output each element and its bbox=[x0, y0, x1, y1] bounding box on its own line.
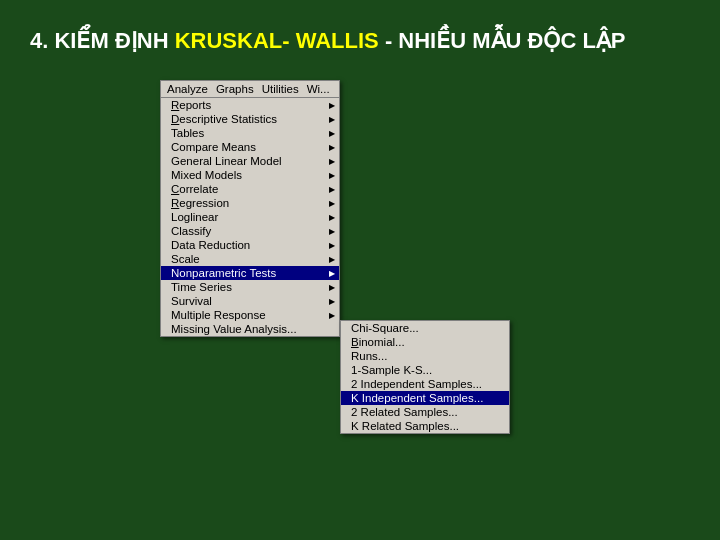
submenu-item-chi-square[interactable]: Chi-Square... bbox=[341, 321, 509, 335]
menu-item-descriptive-statistics[interactable]: Descriptive Statistics▶ bbox=[161, 112, 339, 126]
menu-item-general-linear-model[interactable]: General Linear Model▶ bbox=[161, 154, 339, 168]
submenu-item-k-independent-samples[interactable]: K Independent Samples... bbox=[341, 391, 509, 405]
arrow-icon: ▶ bbox=[329, 129, 335, 138]
menu-item-time-series[interactable]: Time Series▶ bbox=[161, 280, 339, 294]
menu-item-compare-means[interactable]: Compare Means▶ bbox=[161, 140, 339, 154]
menu-header-utilities[interactable]: Utilities bbox=[262, 83, 299, 95]
arrow-icon: ▶ bbox=[329, 311, 335, 320]
menu-item-reports[interactable]: Reports▶ bbox=[161, 98, 339, 112]
submenu-item-2-independent-samples[interactable]: 2 Independent Samples... bbox=[341, 377, 509, 391]
menu-header-graphs[interactable]: Graphs bbox=[216, 83, 254, 95]
arrow-icon: ▶ bbox=[329, 213, 335, 222]
title-suffix: - NHIỀU MẪU ĐỘC LẬP bbox=[379, 28, 626, 53]
menu-item-data-reduction[interactable]: Data Reduction▶ bbox=[161, 238, 339, 252]
arrow-icon: ▶ bbox=[329, 269, 335, 278]
arrow-icon: ▶ bbox=[329, 283, 335, 292]
menu-item-loglinear[interactable]: Loglinear▶ bbox=[161, 210, 339, 224]
menu-header-analyze[interactable]: Analyze bbox=[167, 83, 208, 95]
title-prefix: 4. KIỂM ĐỊNH bbox=[30, 28, 175, 53]
arrow-icon: ▶ bbox=[329, 227, 335, 236]
arrow-icon: ▶ bbox=[329, 241, 335, 250]
menu-item-classify[interactable]: Classify▶ bbox=[161, 224, 339, 238]
arrow-icon: ▶ bbox=[329, 157, 335, 166]
submenu-nonparametric: Chi-Square... Binomial... Runs... 1-Samp… bbox=[340, 320, 510, 434]
arrow-icon: ▶ bbox=[329, 185, 335, 194]
menu-item-tables[interactable]: Tables▶ bbox=[161, 126, 339, 140]
page-title: 4. KIỂM ĐỊNH KRUSKAL- WALLIS - NHIỀU MẪU… bbox=[30, 28, 626, 54]
submenu-item-2-related-samples[interactable]: 2 Related Samples... bbox=[341, 405, 509, 419]
submenu-item-binomial[interactable]: Binomial... bbox=[341, 335, 509, 349]
title-highlight: KRUSKAL- WALLIS bbox=[175, 28, 379, 53]
menu-header: Analyze Graphs Utilities Wi... bbox=[161, 81, 339, 98]
menu-item-survival[interactable]: Survival▶ bbox=[161, 294, 339, 308]
submenu-item-k-related-samples[interactable]: K Related Samples... bbox=[341, 419, 509, 433]
menu-item-nonparametric-tests[interactable]: Nonparametric Tests▶ bbox=[161, 266, 339, 280]
arrow-icon: ▶ bbox=[329, 171, 335, 180]
arrow-icon: ▶ bbox=[329, 143, 335, 152]
submenu-item-1-sample-ks[interactable]: 1-Sample K-S... bbox=[341, 363, 509, 377]
arrow-icon: ▶ bbox=[329, 115, 335, 124]
main-menu: Analyze Graphs Utilities Wi... Reports▶ … bbox=[160, 80, 340, 337]
arrow-icon: ▶ bbox=[329, 101, 335, 110]
menu-item-correlate[interactable]: Correlate▶ bbox=[161, 182, 339, 196]
arrow-icon: ▶ bbox=[329, 297, 335, 306]
menu-header-wi: Wi... bbox=[307, 83, 330, 95]
arrow-icon: ▶ bbox=[329, 199, 335, 208]
menu-item-scale[interactable]: Scale▶ bbox=[161, 252, 339, 266]
menu-item-regression[interactable]: Regression▶ bbox=[161, 196, 339, 210]
menu-item-missing-value-analysis[interactable]: Missing Value Analysis... bbox=[161, 322, 339, 336]
menu-container: Analyze Graphs Utilities Wi... Reports▶ … bbox=[160, 80, 340, 337]
submenu-item-runs[interactable]: Runs... bbox=[341, 349, 509, 363]
menu-item-multiple-response[interactable]: Multiple Response▶ bbox=[161, 308, 339, 322]
arrow-icon: ▶ bbox=[329, 255, 335, 264]
menu-item-mixed-models[interactable]: Mixed Models▶ bbox=[161, 168, 339, 182]
